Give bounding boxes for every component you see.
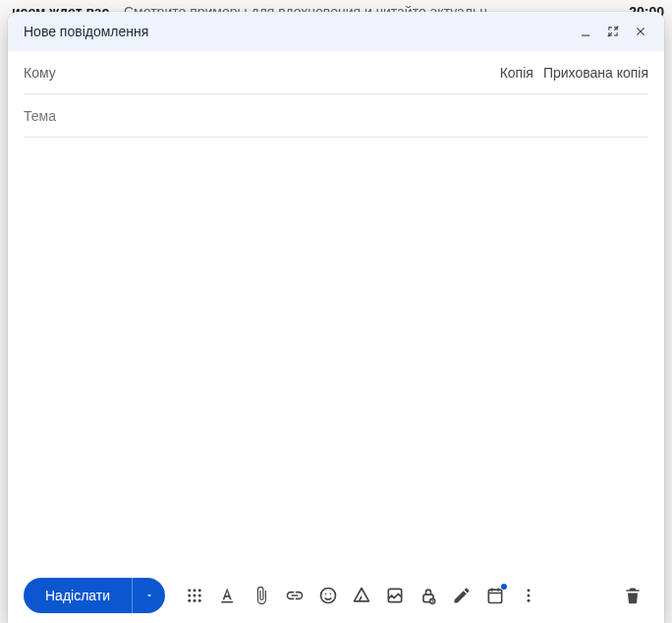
- insert-link-icon[interactable]: [279, 580, 310, 611]
- more-options-icon[interactable]: [513, 580, 544, 611]
- svg-point-2: [194, 589, 196, 592]
- send-group: Надіслати: [24, 578, 165, 613]
- confidential-mode-icon[interactable]: [413, 580, 444, 611]
- svg-point-4: [188, 595, 191, 597]
- svg-rect-0: [582, 35, 589, 36]
- svg-point-13: [330, 594, 332, 595]
- compose-header: Нове повідомлення: [8, 12, 664, 51]
- svg-point-12: [325, 594, 327, 595]
- insert-photo-icon[interactable]: [379, 580, 411, 611]
- insert-signature-icon[interactable]: [446, 580, 477, 611]
- svg-rect-17: [488, 590, 501, 602]
- svg-point-18: [528, 589, 531, 592]
- compose-toolbar: Надіслати: [8, 568, 664, 623]
- insert-emoji-icon[interactable]: [312, 580, 344, 611]
- svg-point-20: [528, 599, 531, 602]
- schedule-send-icon[interactable]: [479, 580, 511, 611]
- cc-button[interactable]: Копія: [500, 65, 533, 81]
- svg-point-5: [194, 595, 196, 597]
- to-label: Кому: [24, 65, 56, 81]
- subject-input[interactable]: [24, 94, 648, 137]
- svg-point-11: [321, 589, 336, 603]
- compose-window: Нове повідомлення Кому Копія Прихована к…: [8, 12, 664, 623]
- discard-draft-icon[interactable]: [617, 580, 648, 611]
- compose-title: Нове повідомлення: [24, 24, 572, 39]
- to-input[interactable]: [64, 51, 490, 93]
- minimize-button[interactable]: [572, 18, 599, 45]
- send-button[interactable]: Надіслати: [24, 578, 132, 613]
- apps-grid-icon[interactable]: [179, 580, 210, 611]
- attach-file-icon[interactable]: [246, 580, 277, 611]
- svg-point-6: [198, 595, 201, 597]
- svg-rect-10: [221, 601, 233, 603]
- svg-point-19: [528, 595, 531, 597]
- send-more-button[interactable]: [132, 578, 165, 613]
- compose-body[interactable]: [8, 138, 664, 568]
- insert-drive-icon[interactable]: [346, 580, 377, 611]
- fullscreen-button[interactable]: [599, 18, 627, 45]
- svg-point-7: [188, 599, 191, 602]
- formatting-icon[interactable]: [212, 580, 244, 611]
- svg-point-1: [188, 589, 191, 592]
- svg-point-8: [194, 599, 196, 602]
- svg-point-9: [198, 599, 201, 602]
- close-button[interactable]: [627, 18, 654, 45]
- bcc-button[interactable]: Прихована копія: [543, 65, 648, 81]
- subject-field-row: [24, 94, 648, 138]
- svg-point-3: [198, 589, 201, 592]
- to-field-row: Кому Копія Прихована копія: [24, 51, 648, 94]
